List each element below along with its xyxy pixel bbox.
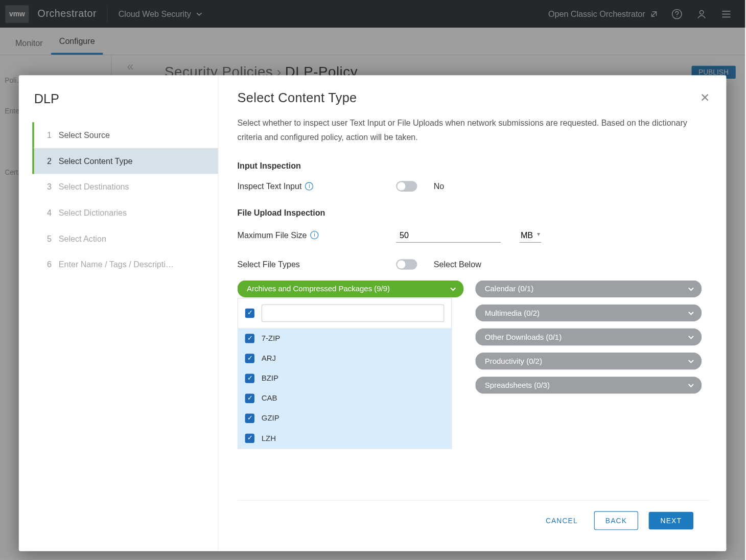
pill-multimedia[interactable]: Multimedia (0/2)	[475, 304, 702, 321]
next-button[interactable]: NEXT	[649, 512, 693, 530]
inspect-text-value: No	[434, 181, 445, 191]
cancel-button[interactable]: CANCEL	[540, 512, 584, 530]
modal-sidebar: DLP 1Select Source 2Select Content Type …	[19, 75, 219, 551]
section-file-upload: File Upload Inspection	[238, 208, 702, 217]
checkbox[interactable]: ✓	[245, 433, 254, 442]
info-icon[interactable]: i	[310, 231, 318, 239]
checkbox[interactable]: ✓	[245, 413, 254, 423]
pill-other-downloads[interactable]: Other Downloads (0/1)	[475, 328, 702, 345]
max-file-input[interactable]	[396, 228, 501, 243]
back-button[interactable]: BACK	[594, 511, 638, 530]
description: Select whether to inspect user Text Inpu…	[238, 116, 702, 145]
checkbox[interactable]: ✓	[245, 374, 254, 383]
pill-spreadsheets[interactable]: Spreadsheets (0/3)	[475, 377, 702, 393]
archives-dropdown: ✓ ✓7-ZIP ✓ARJ ✓BZIP ✓CAB ✓GZIP ✓LZH	[238, 298, 452, 449]
dd-item[interactable]: ✓BZIP	[238, 368, 451, 388]
max-file-label: Maximum File Size	[238, 230, 307, 240]
inspect-text-label: Inspect Text Input	[238, 181, 302, 191]
step-6[interactable]: 6Enter Name / Tags / Descripti…	[34, 251, 218, 277]
info-icon[interactable]: i	[305, 182, 313, 190]
dd-item[interactable]: ✓ARJ	[238, 348, 451, 368]
dd-item[interactable]: ✓CAB	[238, 388, 451, 408]
section-input-inspection: Input Inspection	[238, 161, 702, 170]
select-ft-toggle[interactable]	[396, 259, 417, 270]
dd-item[interactable]: ✓GZIP	[238, 408, 451, 428]
unit-select[interactable]: MB	[520, 228, 542, 243]
pill-calendar[interactable]: Calendar (0/1)	[475, 280, 702, 297]
select-ft-value: Select Below	[434, 260, 481, 269]
chevron-down-icon	[688, 358, 695, 365]
pill-productivity[interactable]: Productivity (0/2)	[475, 353, 702, 369]
chevron-down-icon	[688, 285, 695, 292]
chevron-down-icon	[688, 334, 695, 341]
filter-input[interactable]	[262, 304, 445, 322]
step-3[interactable]: 3Select Destinations	[34, 174, 218, 200]
pill-archives[interactable]: Archives and Compressed Packages (9/9)	[238, 280, 464, 297]
inspect-text-toggle[interactable]	[396, 181, 417, 192]
chevron-down-icon	[450, 285, 457, 292]
modal-title: DLP	[34, 91, 218, 107]
step-2[interactable]: 2Select Content Type	[32, 148, 218, 174]
select-all-checkbox[interactable]: ✓	[245, 308, 254, 317]
dd-item[interactable]: ✓7-ZIP	[238, 328, 451, 348]
chevron-down-icon	[688, 310, 695, 317]
step-5[interactable]: 5Select Action	[34, 226, 218, 252]
checkbox[interactable]: ✓	[245, 354, 254, 363]
select-ft-label: Select File Types	[238, 260, 300, 269]
page-heading: Select Content Type	[238, 90, 710, 106]
close-icon[interactable]: ✕	[700, 90, 710, 105]
checkbox[interactable]: ✓	[245, 334, 254, 343]
step-4[interactable]: 4Select Dictionaries	[34, 200, 218, 226]
modal: DLP 1Select Source 2Select Content Type …	[19, 75, 727, 551]
checkbox[interactable]: ✓	[245, 393, 254, 403]
chevron-down-icon	[688, 382, 695, 389]
dd-item[interactable]: ✓LZH	[238, 428, 451, 448]
step-1[interactable]: 1Select Source	[32, 122, 218, 148]
